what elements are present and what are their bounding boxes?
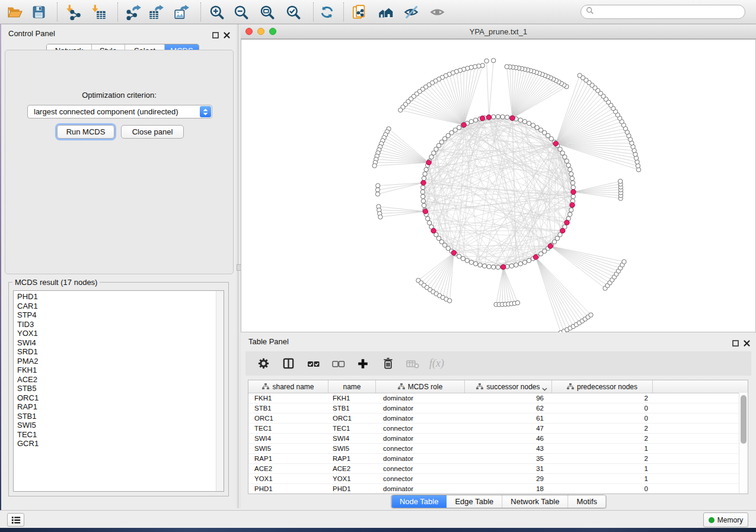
float-panel-icon[interactable] [732,338,739,349]
mcds-result-list[interactable]: PHD1CAR1STP4TID3YOX1SWI4SRD1PMA2FKH1ACE2… [13,290,224,492]
table-row[interactable]: STB1STB1dominator620 [248,403,748,414]
zoom-in-icon[interactable] [206,2,227,21]
node-table-header: shared name name MCDS role successor nod… [248,380,748,393]
export-network-icon[interactable] [123,2,143,21]
mcds-result-item[interactable]: CAR1 [17,302,224,311]
memory-button[interactable]: Memory [703,512,748,527]
table-row[interactable]: ORC1ORC1dominator610 [248,414,748,424]
main-toolbar [0,0,756,24]
mcds-result-item[interactable]: YOX1 [17,329,224,338]
mcds-result-item[interactable]: STB1 [17,412,224,421]
column-header-mcds-role[interactable]: MCDS role [376,380,465,393]
float-panel-icon[interactable] [212,30,219,41]
zoom-out-icon[interactable] [231,2,251,21]
mcds-result-item[interactable]: SRD1 [17,347,224,357]
shared-column-icon [476,383,483,390]
create-column-plus-icon[interactable] [355,355,371,372]
mcds-result-item[interactable]: TEC1 [17,430,224,440]
export-image-icon[interactable] [171,2,192,21]
column-header-name[interactable]: name [328,380,376,393]
table-settings-gear-icon[interactable] [255,355,272,372]
table-cell: 47 [465,424,552,433]
mcds-result-item[interactable]: ORC1 [17,393,224,403]
criterion-dropdown[interactable]: largest connected component (undirected) [27,105,212,118]
zoom-fit-icon[interactable] [257,2,277,21]
column-header-successor-nodes[interactable]: successor nodes [465,380,552,393]
mcds-result-item[interactable]: STB5 [17,384,224,393]
mcds-result-item[interactable]: SWI5 [17,421,224,430]
table-cell: 2 [552,393,653,403]
search-icon [586,7,594,17]
network-window: YPA_prune.txt_1 [241,24,756,332]
table-cell: 2 [552,454,653,463]
task-history-button[interactable] [7,513,24,527]
column-header-shared-name[interactable]: shared name [248,380,328,393]
table-row[interactable]: FKH1FKH1dominator962 [248,393,748,403]
tab-motifs[interactable]: Motifs [568,495,605,508]
table-row[interactable]: SWI5SWI5connector431 [248,444,748,454]
criterion-value: largest connected component (undirected) [28,107,200,116]
table-cell: RAP1 [328,454,376,463]
export-table-icon[interactable] [146,2,166,21]
table-row[interactable]: SWI4SWI4dominator462 [248,434,748,444]
run-mcds-button[interactable]: Run MCDS [57,125,114,139]
search-input[interactable] [594,7,745,17]
open-session-icon[interactable] [5,2,25,21]
table-cell: SWI4 [328,434,376,443]
delete-column-trash-icon[interactable] [379,355,396,372]
node-table-body: FKH1FKH1dominator962STB1STB1dominator620… [248,393,748,494]
table-cell: RAP1 [248,454,328,463]
table-cell: 2 [552,424,653,433]
sort-descending-icon[interactable] [542,384,547,393]
table-row[interactable]: PHD1PHD1dominator180 [248,484,748,494]
table-cell: 0 [552,403,653,413]
table-row[interactable]: RAP1RAP1dominator352 [248,454,748,464]
show-eye-icon[interactable] [427,2,447,21]
deselect-all-rows-icon[interactable] [330,355,346,372]
select-all-rows-icon[interactable] [305,355,321,372]
list-scrollbar-track[interactable] [216,291,224,491]
mcds-result-item[interactable]: RAP1 [17,402,224,412]
refresh-layout-icon[interactable] [317,2,337,21]
close-panel-button[interactable]: Close panel [121,125,184,139]
table-scrollbar-track[interactable] [739,393,748,493]
function-builder-fx-icon: f(x) [429,357,444,370]
table-cell: STB1 [248,403,328,413]
network-canvas[interactable] [241,39,756,332]
mcds-result-item[interactable]: PMA2 [17,357,224,366]
table-cell: SWI4 [248,434,328,443]
tab-network-table[interactable]: Network Table [502,495,568,508]
close-panel-icon[interactable] [744,338,750,349]
hide-glasses-icon[interactable] [401,2,421,21]
save-session-icon[interactable] [28,2,49,21]
mcds-result-item[interactable]: SWI4 [17,338,224,348]
mcds-result-item[interactable]: STP4 [17,310,224,320]
vertical-splitter[interactable] [236,24,241,508]
tab-edge-table[interactable]: Edge Table [446,495,502,508]
mcds-result-item[interactable]: TID3 [17,320,224,329]
share-document-icon[interactable] [349,2,369,21]
network-graph[interactable] [241,40,755,332]
import-table-icon[interactable] [88,2,109,21]
import-network-icon[interactable] [63,2,83,21]
network-titlebar[interactable]: YPA_prune.txt_1 [241,24,756,39]
show-columns-icon[interactable] [280,355,296,372]
mcds-result-item[interactable]: PHD1 [17,292,224,302]
mcds-result-item[interactable]: ACE2 [17,375,224,384]
table-row[interactable]: YOX1YOX1connector291 [248,474,748,484]
tab-node-table[interactable]: Node Table [391,495,447,508]
table-row[interactable]: TEC1TEC1connector472 [248,424,748,434]
table-row[interactable]: ACE2ACE2connector311 [248,464,748,474]
table-panel-tabs: Node Table Edge Table Network Table Moti… [391,495,606,508]
column-header-predecessor-nodes[interactable]: predecessor nodes [552,380,653,393]
table-cell: dominator [376,403,465,413]
home-icon[interactable] [375,2,395,21]
close-panel-icon[interactable] [224,30,230,41]
mcds-result-item[interactable]: GCR1 [17,439,224,448]
mcds-result-item[interactable]: FKH1 [17,366,224,375]
table-cell: YOX1 [248,474,328,483]
zoom-selected-icon[interactable] [283,2,303,21]
table-cell: TEC1 [328,424,376,433]
table-scrollbar-thumb[interactable] [741,395,747,444]
search-box[interactable] [580,5,745,19]
